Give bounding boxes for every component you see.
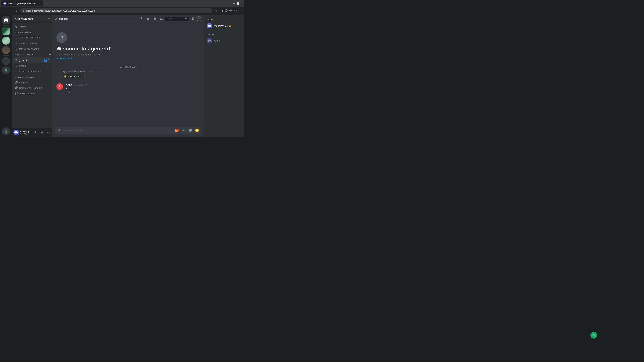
inbox-btn[interactable] (190, 16, 196, 22)
wave-button[interactable]: 👋 Wave to say hi! (62, 74, 84, 79)
channel-announcements[interactable]: # announcements (14, 40, 51, 46)
back-btn[interactable]: ← (2, 8, 7, 13)
user-status-dot (17, 134, 19, 135)
information-add-btn[interactable]: + (49, 30, 51, 34)
user-avatar[interactable] (14, 130, 19, 135)
nav-actions: ☆ ⊞ Incognito ⋮ (214, 8, 242, 13)
offline-section-title: OFFLINE — 1 (205, 32, 243, 36)
deafen-btn[interactable] (40, 130, 45, 135)
close-btn[interactable]: ✕ (241, 2, 243, 5)
gif-btn[interactable]: GIF (180, 127, 186, 133)
text-channels-category[interactable]: ▾ TEXT CHANNELS + (12, 52, 52, 57)
server-dropdown-icon: ▾ (48, 17, 50, 20)
wave-emoji: 👋 (64, 75, 66, 78)
server-header[interactable]: Artists Discord ▾ (12, 15, 52, 23)
discord-home-icon[interactable] (2, 16, 10, 24)
server-separator-2 (3, 55, 9, 56)
messages-area[interactable]: # Welcome to #general! This is the start… (52, 23, 204, 127)
moodjoy-online-dot (210, 27, 212, 29)
help-btn[interactable]: ? (196, 16, 201, 21)
channel-header-hash-icon: # (55, 16, 57, 21)
system-message-join: → Yay you made it, Anna ! Today at 1:12 … (52, 69, 204, 80)
system-message-time: Today at 1:12 AM (88, 70, 102, 72)
member-anna[interactable]: Anna (205, 37, 243, 44)
voice-community-hangout[interactable]: 🔊 Community Hangout (14, 85, 51, 90)
member-moodjoy[interactable]: moodjoy_71👑 (205, 22, 243, 29)
anna-message-time: Today at 1:13 AM (74, 84, 88, 86)
tab-close-btn[interactable]: × (38, 2, 41, 5)
server-icon-3[interactable] (2, 46, 10, 54)
channel-intro: # Welcome to #general! This is the start… (52, 25, 204, 64)
channel-events[interactable]: # events (14, 63, 51, 68)
text-channels-label: TEXT CHANNELS (17, 54, 34, 56)
forward-btn[interactable]: → (8, 8, 13, 13)
channel-general[interactable]: # general 👥 ⚙ (14, 57, 51, 63)
add-server-btn[interactable]: + (2, 57, 10, 65)
sticker-btn[interactable] (187, 127, 193, 133)
message-input[interactable] (64, 129, 172, 132)
extension-btn[interactable]: ⊞ (219, 8, 224, 13)
events-item[interactable]: Events (12, 24, 52, 30)
address-bar[interactable]: 🔒 discord.com/channels/11823620100679352… (20, 8, 212, 13)
speaker-icon-stream: 🔊 (15, 92, 18, 95)
incognito-label: Incognito (228, 9, 237, 12)
channel-name-my-channel: this-is-my-channel (19, 47, 50, 50)
wave-label: Wave to say hi! (68, 75, 82, 78)
emoji-btn[interactable]: 😊 (194, 127, 200, 133)
menu-btn[interactable]: ⋮ (238, 8, 242, 13)
maximize-btn[interactable]: ⬜ (236, 2, 239, 5)
text-channels-add-btn[interactable]: + (49, 53, 51, 56)
download-app-btn[interactable] (2, 127, 10, 135)
voice-channels-category[interactable]: ▾ VOICE CHANNELS + (12, 75, 52, 80)
voice-stream-room[interactable]: 🔊 Stream Room (14, 91, 51, 96)
anna-avatar[interactable]: A (56, 83, 63, 90)
header-actions: Search 🔍 ? (138, 16, 201, 22)
hash-icon-ideas: # (15, 70, 18, 73)
general-channel-actions: 👥 ⚙ (44, 59, 50, 61)
address-text: discord.com/channels/1182362010067935253… (26, 9, 95, 12)
active-tab[interactable]: Discord | #general | Artists Disc... × (1, 0, 43, 6)
server-name: Artists Discord (15, 17, 33, 20)
voice-channels-arrow: ▾ (15, 77, 16, 78)
server-icon-1[interactable] (2, 27, 10, 35)
notification-settings-btn[interactable] (145, 16, 151, 22)
gift-btn[interactable]: 🎁 (174, 127, 180, 133)
channel-welcome-and-rules[interactable]: # welcome-and-rules (14, 35, 51, 40)
voice-channels-add-btn[interactable]: + (49, 76, 51, 79)
voice-channels-label: VOICE CHANNELS (17, 76, 34, 78)
text-channels-arrow: ▾ (15, 54, 16, 56)
minimize-btn[interactable]: ─ (233, 2, 235, 5)
discover-servers-btn[interactable] (2, 66, 10, 74)
message-input-area: + 🎁 GIF 😊 G (52, 127, 204, 137)
anna-author-name: Anna (66, 83, 72, 86)
hash-icon-announcements: # (15, 41, 18, 45)
system-text-username: Anna (79, 70, 85, 73)
browser-chrome: Discord | #general | Artists Disc... × +… (0, 0, 244, 15)
tab-bar: Discord | #general | Artists Disc... × +… (0, 0, 244, 7)
bookmarks-btn[interactable] (152, 16, 158, 22)
mute-btn[interactable] (34, 130, 39, 135)
reload-btn[interactable]: ↻ (14, 8, 19, 13)
server-icon-2[interactable] (2, 36, 10, 44)
information-arrow: ▾ (15, 31, 16, 33)
information-category[interactable]: ▾ INFORMATION + (12, 30, 52, 34)
bookmark-star-btn[interactable]: ☆ (214, 8, 218, 13)
add-attachment-btn[interactable]: + (56, 127, 62, 133)
settings-icon[interactable]: ⚙ (48, 59, 50, 61)
events-label: Events (19, 25, 26, 28)
settings-btn[interactable]: ⚙ (46, 130, 51, 135)
channel-this-is-my-channel[interactable]: # this-is-my-channel (14, 46, 51, 52)
channel-ideas-and-feedback[interactable]: # ideas-and-feedback (14, 69, 51, 74)
channel-search[interactable]: Search 🔍 (165, 17, 189, 21)
channel-name-events: events (19, 64, 50, 67)
edit-channel-btn[interactable]: Edit Channel (56, 57, 73, 60)
user-info: moodjoy_71 moodjoy71_0... (20, 130, 32, 135)
anna-message-line-2: Hey (66, 90, 200, 94)
add-member-icon[interactable]: 👥 (44, 59, 47, 61)
new-tab-btn[interactable]: + (44, 1, 49, 6)
voice-lounge[interactable]: 🔊 Lounge (14, 80, 51, 85)
join-arrow-icon: → (56, 70, 59, 74)
window-controls: ─ ⬜ ✕ (233, 2, 243, 5)
members-list-btn[interactable] (158, 16, 164, 22)
pin-messages-btn[interactable] (138, 16, 144, 22)
